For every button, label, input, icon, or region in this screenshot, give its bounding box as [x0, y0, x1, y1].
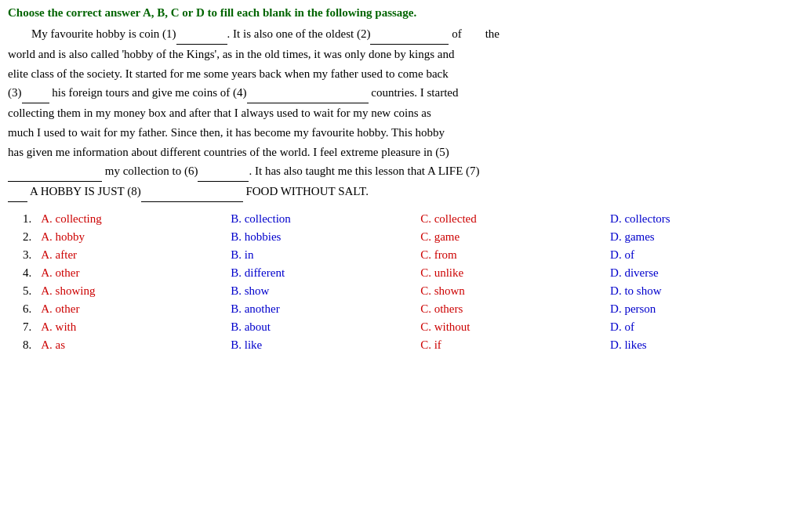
- table-row: 5. A. showing B. show C. shown D. to sho…: [8, 282, 795, 300]
- table-row: 1. A. collecting B. collection C. collec…: [8, 210, 795, 228]
- table-row: 7. A. with B. about C. without D. of: [8, 318, 795, 336]
- option-a[interactable]: A. showing: [36, 282, 226, 300]
- passage: My favourite hobby is coin (1) . It is a…: [8, 24, 795, 202]
- question-number: 6.: [8, 300, 36, 318]
- table-row: 3. A. after B. in C. from D. of: [8, 246, 795, 264]
- option-a[interactable]: A. with: [36, 318, 226, 336]
- option-c[interactable]: C. game: [416, 228, 605, 246]
- option-b[interactable]: B. in: [226, 246, 416, 264]
- answers-table: 1. A. collecting B. collection C. collec…: [8, 210, 795, 354]
- table-row: 8. A. as B. like C. if D. likes: [8, 336, 795, 354]
- option-c[interactable]: C. unlike: [416, 264, 605, 282]
- option-b[interactable]: B. different: [226, 264, 416, 282]
- option-b[interactable]: B. another: [226, 300, 416, 318]
- question-number: 7.: [8, 318, 36, 336]
- question-number: 1.: [8, 210, 36, 228]
- option-d[interactable]: D. of: [605, 246, 795, 264]
- option-c[interactable]: C. others: [416, 300, 605, 318]
- question-number: 8.: [8, 336, 36, 354]
- option-d[interactable]: D. of: [605, 318, 795, 336]
- option-d[interactable]: D. person: [605, 300, 795, 318]
- table-row: 2. A. hobby B. hobbies C. game D. games: [8, 228, 795, 246]
- option-b[interactable]: B. show: [226, 282, 416, 300]
- table-row: 6. A. other B. another C. others D. pers…: [8, 300, 795, 318]
- question-number: 3.: [8, 246, 36, 264]
- option-a[interactable]: A. collecting: [36, 210, 226, 228]
- option-d[interactable]: D. collectors: [605, 210, 795, 228]
- option-c[interactable]: C. if: [416, 336, 605, 354]
- option-b[interactable]: B. like: [226, 336, 416, 354]
- option-c[interactable]: C. from: [416, 246, 605, 264]
- option-b[interactable]: B. hobbies: [226, 228, 416, 246]
- option-c[interactable]: C. without: [416, 318, 605, 336]
- question-number: 2.: [8, 228, 36, 246]
- option-a[interactable]: A. as: [36, 336, 226, 354]
- option-c[interactable]: C. collected: [416, 210, 605, 228]
- option-d[interactable]: D. games: [605, 228, 795, 246]
- question-number: 4.: [8, 264, 36, 282]
- option-a[interactable]: A. other: [36, 300, 226, 318]
- option-a[interactable]: A. hobby: [36, 228, 226, 246]
- option-d[interactable]: D. likes: [605, 336, 795, 354]
- option-a[interactable]: A. after: [36, 246, 226, 264]
- table-row: 4. A. other B. different C. unlike D. di…: [8, 264, 795, 282]
- option-b[interactable]: B. about: [226, 318, 416, 336]
- option-d[interactable]: D. to show: [605, 282, 795, 300]
- instruction: Choose the correct answer A, B, C or D t…: [8, 6, 795, 20]
- option-c[interactable]: C. shown: [416, 282, 605, 300]
- option-d[interactable]: D. diverse: [605, 264, 795, 282]
- question-number: 5.: [8, 282, 36, 300]
- option-a[interactable]: A. other: [36, 264, 226, 282]
- option-b[interactable]: B. collection: [226, 210, 416, 228]
